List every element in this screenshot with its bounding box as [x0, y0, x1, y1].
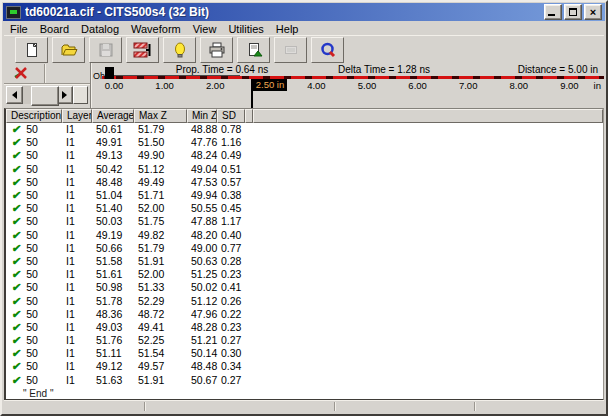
layer-cell: I1 — [62, 308, 92, 321]
app-icon[interactable] — [6, 6, 21, 19]
minz-cell: 48.24 — [187, 149, 217, 162]
sd-cell: 0.22 — [217, 308, 245, 321]
table-row[interactable]: 50 I1 49.19 49.82 48.20 0.40 — [6, 229, 603, 242]
layer-cell: I1 — [62, 255, 92, 268]
menu-item[interactable]: Waveform — [125, 23, 187, 35]
minz-cell: 47.96 — [187, 308, 217, 321]
menu-item[interactable]: Help — [270, 23, 305, 35]
sd-cell: 0.28 — [217, 255, 245, 268]
minz-cell: 50.14 — [187, 347, 217, 360]
layer-cell: I1 — [62, 136, 92, 149]
menu-item[interactable]: Utilities — [222, 23, 269, 35]
table-row[interactable]: 50 I1 51.40 52.00 50.55 0.45 — [6, 202, 603, 215]
average-cell: 50.61 — [92, 123, 134, 136]
origin-marker[interactable] — [105, 67, 114, 79]
table-header: Description Layer Average Max Z Min Z SD — [6, 109, 603, 123]
scroll-left-button[interactable] — [6, 86, 23, 104]
table-row[interactable]: 50 I1 51.63 51.91 50.67 0.27 — [6, 374, 603, 387]
maxz-cell: 48.72 — [134, 308, 187, 321]
minimize-button[interactable] — [544, 4, 562, 20]
print-icon — [208, 42, 226, 58]
print-button[interactable] — [200, 37, 233, 63]
table-row[interactable]: 50 I1 51.04 51.71 49.94 0.38 — [6, 189, 603, 202]
save-button[interactable] — [89, 37, 122, 63]
export-report-button[interactable] — [237, 37, 270, 63]
close-button[interactable]: × — [584, 4, 602, 20]
layer-cell: I1 — [62, 229, 92, 242]
column-header-minz[interactable]: Min Z — [187, 109, 217, 123]
table-row[interactable]: 50 I1 51.76 52.25 51.21 0.27 — [6, 334, 603, 347]
pass-check-icon — [11, 348, 22, 359]
scrollbar-track[interactable] — [23, 86, 56, 104]
ruler-tick: 1.00 — [155, 80, 174, 91]
blank-tool-button[interactable] — [274, 37, 307, 63]
restore-button[interactable] — [564, 4, 582, 20]
layer-cell: I1 — [62, 374, 92, 387]
average-cell: 48.36 — [92, 308, 134, 321]
table-row[interactable]: 50 I1 49.13 49.90 48.24 0.49 — [6, 149, 603, 162]
ruler-tick: 6.00 — [408, 80, 427, 91]
table-row[interactable]: 50 I1 50.42 51.12 49.04 0.51 — [6, 163, 603, 176]
table-row[interactable]: 50 I1 50.98 51.33 50.02 0.41 — [6, 281, 603, 294]
minz-cell: 48.48 — [187, 360, 217, 373]
description-cell: 50 — [6, 229, 62, 242]
sd-cell: 0.51 — [217, 163, 245, 176]
ruler-tick: 2.00 — [206, 80, 225, 91]
minz-cell: 47.76 — [187, 136, 217, 149]
average-cell: 49.19 — [92, 229, 134, 242]
table-row[interactable]: 50 I1 51.61 52.00 51.25 0.23 — [6, 268, 603, 281]
pass-check-icon — [11, 124, 22, 135]
table-row[interactable]: 50 I1 50.03 51.75 47.88 1.17 — [6, 215, 603, 228]
menu-item[interactable]: Board — [34, 23, 75, 35]
average-cell: 51.63 — [92, 374, 134, 387]
scrollbar-thumb[interactable] — [31, 86, 59, 106]
table-row[interactable]: 50 I1 51.78 52.29 51.12 0.26 — [6, 294, 603, 307]
sd-cell: 0.23 — [217, 321, 245, 334]
sd-cell: 0.49 — [217, 149, 245, 162]
table-row[interactable]: 50 I1 48.36 48.72 47.96 0.22 — [6, 308, 603, 321]
pass-check-icon — [11, 203, 22, 214]
toolbar — [4, 35, 604, 64]
titlebar[interactable]: td60021a.cif - CITS500s4 (32 Bit) × — [3, 3, 605, 21]
table-row[interactable]: 50 I1 50.61 51.79 48.88 0.78 — [6, 123, 603, 136]
table-row[interactable]: 50 I1 49.03 49.41 48.28 0.23 — [6, 321, 603, 334]
average-cell: 50.03 — [92, 215, 134, 228]
column-header-sd[interactable]: SD — [217, 109, 245, 123]
trace-scrollbar[interactable] — [6, 86, 88, 104]
menu-item[interactable]: File — [4, 23, 34, 35]
layer-cell: I1 — [62, 242, 92, 255]
description-cell: 50 — [6, 374, 62, 387]
layer-cell: I1 — [62, 321, 92, 334]
average-cell: 50.66 — [92, 242, 134, 255]
layer-cell: I1 — [62, 215, 92, 228]
description-cell: 50 — [6, 255, 62, 268]
table-row[interactable]: 50 I1 51.11 51.54 50.14 0.30 — [6, 347, 603, 360]
save-icon — [97, 42, 115, 58]
table-row[interactable]: 50 I1 48.48 49.49 47.53 0.57 — [6, 176, 603, 189]
menu-item[interactable]: View — [187, 23, 223, 35]
menu-item[interactable]: Datalog — [75, 23, 125, 35]
column-header-layer[interactable]: Layer — [62, 109, 92, 123]
column-header-average[interactable]: Average — [92, 109, 134, 123]
average-cell: 49.03 — [92, 321, 134, 334]
column-header-maxz[interactable]: Max Z — [134, 109, 187, 123]
quick-test-button[interactable] — [311, 37, 344, 63]
open-file-button[interactable] — [52, 37, 85, 63]
measure-impedance-button[interactable] — [126, 37, 159, 63]
new-file-button[interactable] — [15, 37, 48, 63]
minz-cell: 48.20 — [187, 229, 217, 242]
column-header-description[interactable]: Description — [6, 109, 62, 123]
app-window: td60021a.cif - CITS500s4 (32 Bit) × File… — [0, 0, 608, 416]
maxz-cell: 52.00 — [134, 268, 187, 281]
table-row[interactable]: 50 I1 50.66 51.79 49.00 0.77 — [6, 242, 603, 255]
pass-check-icon — [11, 230, 22, 241]
table-row[interactable]: 50 I1 49.12 49.57 48.48 0.34 — [6, 360, 603, 373]
table-row[interactable]: 50 I1 49.91 51.50 47.76 1.16 — [6, 136, 603, 149]
average-cell: 51.40 — [92, 202, 134, 215]
ruler-tick: 9.00 — [560, 80, 579, 91]
sd-cell: 1.16 — [217, 136, 245, 149]
description-cell: 50 — [6, 347, 62, 360]
probe-light-button[interactable] — [163, 37, 196, 63]
cursor-position-readout[interactable]: 2.50 in — [253, 79, 287, 91]
table-row[interactable]: 50 I1 51.58 51.91 50.63 0.28 — [6, 255, 603, 268]
